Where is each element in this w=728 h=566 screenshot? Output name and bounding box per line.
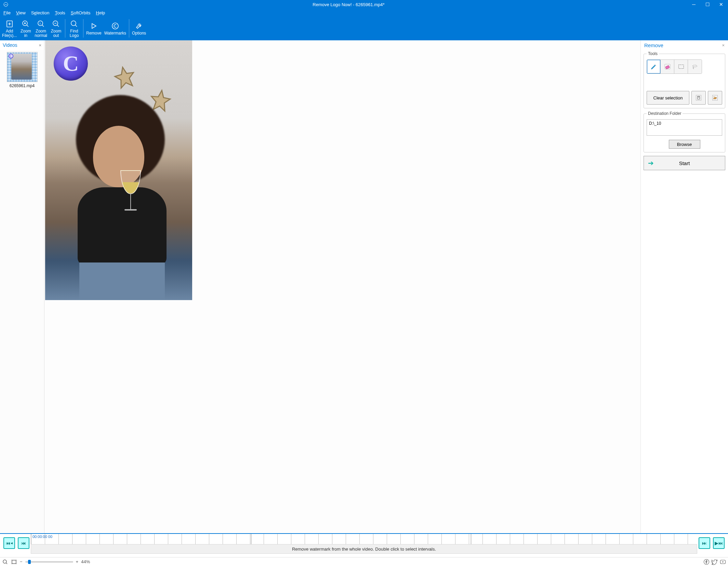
remove-panel-title: Remove xyxy=(644,42,663,48)
zoom-out-icon xyxy=(52,19,60,29)
thumbnail-filename: 6265961.mp4 xyxy=(7,83,38,88)
thumbnail-image: C xyxy=(7,52,38,82)
add-files-button[interactable]: Add File(s)... xyxy=(1,17,18,40)
svg-rect-11 xyxy=(696,95,701,100)
minimize-button[interactable]: ─ xyxy=(687,0,701,9)
fit-window-icon[interactable] xyxy=(2,559,8,565)
actual-size-icon[interactable] xyxy=(11,559,17,565)
eraser-tool-button[interactable] xyxy=(661,60,674,73)
svg-rect-10 xyxy=(678,65,684,69)
step-forward-button[interactable]: ⏭ xyxy=(699,537,710,549)
svg-text:1: 1 xyxy=(39,22,41,25)
youtube-icon[interactable] xyxy=(720,559,726,565)
zoom-normal-button[interactable]: 1 Zoom normal xyxy=(33,17,49,40)
video-frame xyxy=(45,40,192,300)
facebook-icon[interactable] xyxy=(703,559,710,565)
menu-bar: File View Selection Tools SoftOrbits Hel… xyxy=(0,9,728,16)
video-thumbnail[interactable]: C 6265961.mp4 xyxy=(7,52,38,88)
zoom-out-minus[interactable]: − xyxy=(20,559,23,564)
load-selection-button[interactable] xyxy=(708,91,722,105)
menu-file[interactable]: File xyxy=(3,10,11,15)
svg-rect-8 xyxy=(665,65,670,69)
maximize-button[interactable]: ☐ xyxy=(701,0,714,9)
remove-panel-close[interactable]: × xyxy=(722,43,725,48)
zoom-out-button[interactable]: Zoom out xyxy=(49,17,64,40)
plus-file-icon xyxy=(5,19,14,29)
browse-button[interactable]: Browse xyxy=(669,140,700,149)
svg-point-7 xyxy=(112,23,118,29)
zoom-in-icon xyxy=(22,19,30,29)
rectangle-select-tool-button[interactable] xyxy=(674,60,688,73)
lasso-tool-button[interactable] xyxy=(688,60,702,73)
timeline-timestamp: 00:00:00 00 xyxy=(32,535,697,539)
timeline-hint[interactable]: Remove watermark from the whole video. D… xyxy=(31,544,697,554)
svg-rect-14 xyxy=(12,560,16,564)
app-icon xyxy=(1,2,10,7)
close-button[interactable]: ✕ xyxy=(714,0,728,9)
menu-selection[interactable]: Selection xyxy=(31,10,49,15)
clear-selection-button[interactable]: Clear selection xyxy=(647,91,689,105)
destination-legend: Destination Folder xyxy=(647,111,683,116)
step-back-button[interactable]: ⏮ xyxy=(18,537,29,549)
search-icon xyxy=(70,19,78,29)
toolbar: Add File(s)... Zoom in 1 Zoom normal Zoo… xyxy=(0,16,728,40)
arrow-right-icon: ➔ xyxy=(644,159,658,167)
copyright-icon xyxy=(111,21,119,31)
remove-button[interactable]: Remove xyxy=(85,17,103,40)
zoom-in-button[interactable]: Zoom in xyxy=(18,17,33,40)
zoom-normal-icon: 1 xyxy=(37,19,45,29)
watermark-logo xyxy=(54,46,88,81)
find-logo-button[interactable]: Find Logo xyxy=(67,17,82,40)
start-button[interactable]: ➔ Start xyxy=(644,156,725,170)
status-bar: − + 44% xyxy=(0,557,728,566)
tools-legend: Tools xyxy=(647,51,659,56)
videos-panel-title: Videos xyxy=(3,42,17,48)
zoom-in-plus[interactable]: + xyxy=(76,559,79,564)
wrench-icon xyxy=(135,21,143,31)
timeline-ruler[interactable]: 00:00:00 00 xyxy=(31,534,697,544)
watermarks-button[interactable]: Watermarks xyxy=(103,17,128,40)
options-button[interactable]: Options xyxy=(131,17,147,40)
svg-point-6 xyxy=(71,21,76,26)
destination-path-input[interactable] xyxy=(647,119,722,136)
menu-softorbits[interactable]: SoftOrbits xyxy=(71,10,91,15)
window-titlebar: Remove Logo Now! - 6265961.mp4* ─ ☐ ✕ xyxy=(0,0,728,9)
preview-area[interactable] xyxy=(44,40,640,533)
skip-back-button[interactable]: ⏮◀ xyxy=(3,537,15,549)
menu-view[interactable]: View xyxy=(16,10,26,15)
zoom-slider[interactable] xyxy=(25,561,73,563)
zoom-percent: 44% xyxy=(81,559,90,564)
videos-panel: Videos × C 6265961.mp4 xyxy=(0,40,44,533)
timeline: ⏮◀ ⏮ 00:00:00 00 Remove watermark from t… xyxy=(0,533,728,557)
twitter-icon[interactable] xyxy=(712,559,718,565)
videos-panel-close[interactable]: × xyxy=(39,43,41,48)
remove-panel: Remove × Tools xyxy=(640,40,728,533)
svg-point-13 xyxy=(3,560,6,563)
marker-tool-button[interactable] xyxy=(647,60,661,73)
window-title: Remove Logo Now! - 6265961.mp4* xyxy=(10,2,687,7)
star-decoration-icon xyxy=(110,63,140,93)
save-selection-button[interactable] xyxy=(691,91,706,105)
menu-tools[interactable]: Tools xyxy=(55,10,65,15)
skip-forward-button[interactable]: ▶⏭ xyxy=(713,537,725,549)
play-icon xyxy=(90,21,98,31)
menu-help[interactable]: Help xyxy=(96,10,105,15)
